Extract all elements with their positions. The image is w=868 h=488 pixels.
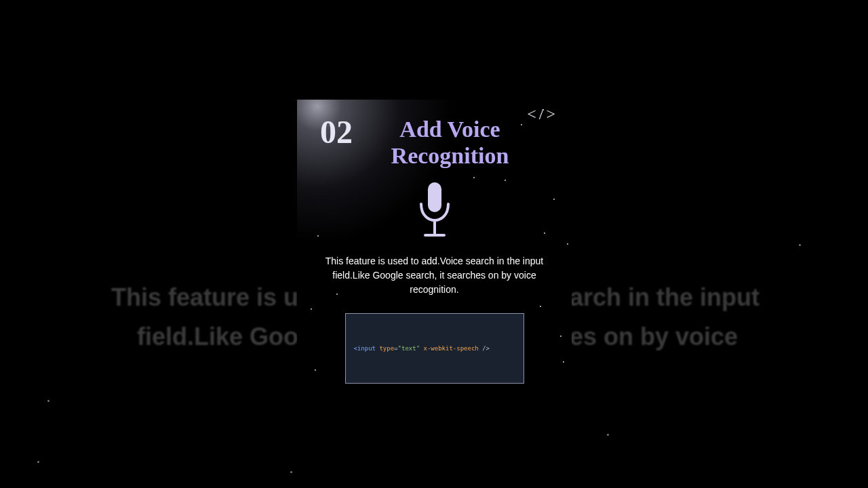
stage: This feature is u field.Like Goo arch in… <box>0 0 868 488</box>
star-dot <box>317 235 319 237</box>
code-token-tag: <input <box>354 345 376 352</box>
star-dot <box>544 232 545 234</box>
star-dot <box>521 124 522 125</box>
star-dot <box>540 306 541 307</box>
title-line: Recognition <box>391 143 509 168</box>
code-token-close: /> <box>482 345 490 352</box>
code-badge-icon: </> <box>527 105 558 123</box>
code-snippet: <input type="text" x-webkit-speech /> <box>354 346 490 352</box>
star-dot <box>315 369 316 371</box>
title-line: Add Voice <box>399 117 500 142</box>
star-dot <box>567 243 568 245</box>
feature-card: </> 02 Add Voice Recognition This featur… <box>297 100 572 387</box>
ghost-line: field.Like Goo <box>137 323 298 350</box>
card-description: This feature is used to add.Voice search… <box>297 242 572 297</box>
code-token-string: "text" <box>398 345 420 352</box>
star-dot <box>505 180 506 181</box>
ghost-line: arch in the input <box>570 283 760 311</box>
ghost-line: This feature is u <box>111 283 298 311</box>
star-dot <box>563 361 564 363</box>
star-dot <box>336 293 338 295</box>
star-dot <box>311 308 312 310</box>
step-number: 02 <box>320 116 353 148</box>
background-ghost-text-right: arch in the input es on by voice <box>570 278 827 356</box>
star-dot <box>560 336 561 337</box>
code-token-attr: type <box>379 345 394 352</box>
star-dot <box>553 199 555 200</box>
background-ghost-text-left: This feature is u field.Like Goo <box>68 278 298 356</box>
star-dot <box>473 177 475 178</box>
svg-rect-0 <box>428 182 441 212</box>
code-token-attr: x-webkit-speech <box>423 345 478 352</box>
code-snippet-box: <input type="text" x-webkit-speech /> <box>345 313 524 384</box>
microphone-icon <box>297 181 572 242</box>
ghost-line: es on by voice <box>570 323 738 350</box>
